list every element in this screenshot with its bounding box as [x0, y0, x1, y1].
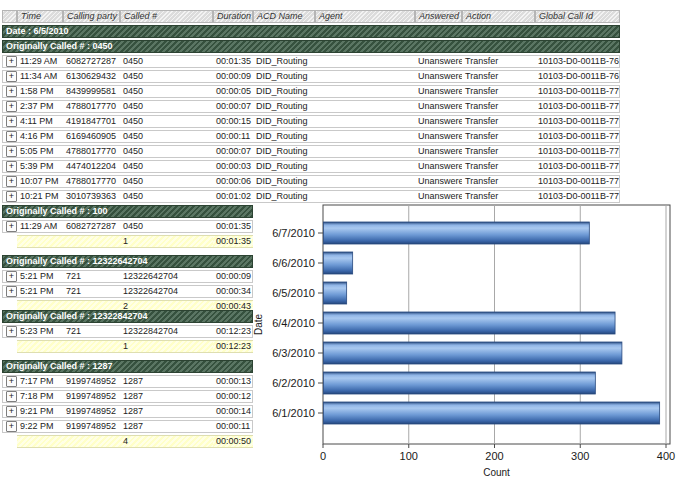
table-cell: Unanswered — [415, 175, 462, 188]
table-cell — [315, 55, 415, 68]
group-table: Originally Called # : 100+11:29 AM608272… — [2, 203, 253, 250]
expand-row-icon[interactable]: + — [6, 176, 17, 187]
table-cell: 10103-D0-0011B-76F — [535, 70, 620, 83]
summary-cell — [2, 235, 17, 248]
category-label: 6/5/2010 — [272, 287, 315, 299]
table-cell: 721 — [63, 325, 120, 338]
table-cell: 6082727287 — [63, 55, 120, 68]
expand-cell: + — [2, 270, 17, 283]
table-cell: 00:00:05 — [213, 85, 253, 98]
table-cell: 10103-D0-0011B-772 — [535, 115, 620, 128]
table-cell — [315, 85, 415, 98]
table-cell: 721 — [63, 270, 120, 283]
table-cell: 1287 — [120, 390, 213, 403]
table-cell: 0450 — [120, 115, 213, 128]
expand-cell: + — [2, 285, 17, 298]
expand-cell: + — [2, 100, 17, 113]
group-summary-row: 100:01:35 — [2, 235, 253, 248]
table-cell: 4788017770 — [63, 175, 120, 188]
table-cell — [315, 130, 415, 143]
expand-row-icon[interactable]: + — [6, 56, 17, 67]
table-cell: 7:18 PM — [17, 390, 63, 403]
expand-row-icon[interactable]: + — [6, 131, 17, 142]
called-group-header: Originally Called # : 12322842704 — [2, 310, 253, 323]
expand-row-icon[interactable]: + — [6, 161, 17, 172]
x-tick-label: 100 — [400, 450, 418, 462]
column-header-called-: Called # — [120, 10, 213, 23]
table-cell: 9199748952 — [63, 405, 120, 418]
table-row: +11:29 AM6082727287045000:01:35DID_Routi… — [2, 55, 620, 68]
table-cell: Transfer — [462, 85, 535, 98]
summary-total-duration: 00:00:50 — [213, 435, 253, 448]
column-header-duration: Duration — [213, 10, 253, 23]
table-cell: DID_Routing — [253, 160, 315, 173]
table-cell: 5:05 PM — [17, 145, 63, 158]
summary-total-duration: 00:01:35 — [213, 235, 253, 248]
expand-row-icon[interactable]: + — [6, 101, 17, 112]
column-header-calling-party-: Calling party # — [63, 10, 120, 23]
table-row: +10:07 PM4788017770045000:00:06DID_Routi… — [2, 175, 620, 188]
called-group-header-label: Originally Called # : 12322842704 — [2, 310, 253, 323]
column-header-acd-name: ACD Name — [253, 10, 315, 23]
expand-cell: + — [2, 130, 17, 143]
expand-row-icon[interactable]: + — [6, 391, 17, 402]
expand-row-icon[interactable]: + — [6, 71, 17, 82]
expand-cell: + — [2, 115, 17, 128]
table-cell: Unanswered — [415, 160, 462, 173]
expand-row-icon[interactable]: + — [6, 286, 17, 297]
table-cell: 0450 — [120, 160, 213, 173]
table-cell: DID_Routing — [253, 115, 315, 128]
table-row: +4:11 PM4191847701045000:00:15DID_Routin… — [2, 115, 620, 128]
table-cell: 9199748952 — [63, 375, 120, 388]
table-cell: Unanswered — [415, 100, 462, 113]
expand-cell: + — [2, 55, 17, 68]
summary-cell — [63, 235, 120, 248]
table-cell — [315, 145, 415, 158]
expand-row-icon[interactable]: + — [6, 86, 17, 97]
expand-row-icon[interactable]: + — [6, 191, 17, 202]
expand-row-icon[interactable]: + — [6, 376, 17, 387]
expand-row-icon[interactable]: + — [6, 116, 17, 127]
expand-row-icon[interactable]: + — [6, 406, 17, 417]
expand-cell: + — [2, 405, 17, 418]
table-row: +5:05 PM4788017770045000:00:07DID_Routin… — [2, 145, 620, 158]
expand-cell: + — [2, 175, 17, 188]
table-cell: 00:01:35 — [213, 220, 253, 233]
table-cell: 0450 — [120, 145, 213, 158]
column-header-agent: Agent — [315, 10, 415, 23]
table-cell: DID_Routing — [253, 100, 315, 113]
table-cell — [315, 175, 415, 188]
table-cell: 00:00:11 — [213, 420, 253, 433]
summary-total-duration: 00:12:23 — [213, 340, 253, 353]
expand-row-icon[interactable]: + — [6, 271, 17, 282]
expand-row-icon[interactable]: + — [6, 221, 17, 232]
category-label: 6/2/2010 — [272, 377, 315, 389]
bar-6-4-2010 — [324, 312, 616, 334]
table-cell: DID_Routing — [253, 85, 315, 98]
expand-row-icon[interactable]: + — [6, 326, 17, 337]
table-cell: 0450 — [120, 100, 213, 113]
summary-count: 1 — [120, 340, 213, 353]
table-cell: 4474012204 — [63, 160, 120, 173]
table-cell: 10103-D0-0011B-774 — [535, 145, 620, 158]
table-cell: Transfer — [462, 70, 535, 83]
table-cell: Unanswered — [415, 70, 462, 83]
summary-cell — [17, 340, 63, 353]
table-cell: 1287 — [120, 405, 213, 418]
table-cell: 8439999581 — [63, 85, 120, 98]
table-row: +5:39 PM4474012204045000:00:03DID_Routin… — [2, 160, 620, 173]
table-cell: 00:00:07 — [213, 100, 253, 113]
table-cell: 10:07 PM — [17, 175, 63, 188]
expand-cell: + — [2, 390, 17, 403]
table-cell: 00:00:09 — [213, 70, 253, 83]
table-cell — [315, 115, 415, 128]
table-cell: 0450 — [120, 70, 213, 83]
x-tick-label: 300 — [571, 450, 589, 462]
table-cell: Transfer — [462, 175, 535, 188]
table-cell: 721 — [63, 285, 120, 298]
table-row: +5:21 PM7211232264270400:00:34 — [2, 285, 253, 298]
expand-row-icon[interactable]: + — [6, 421, 17, 432]
table-row: +7:17 PM9199748952128700:00:13 — [2, 375, 253, 388]
expand-row-icon[interactable]: + — [6, 146, 17, 157]
x-axis-title: Count — [483, 467, 510, 478]
